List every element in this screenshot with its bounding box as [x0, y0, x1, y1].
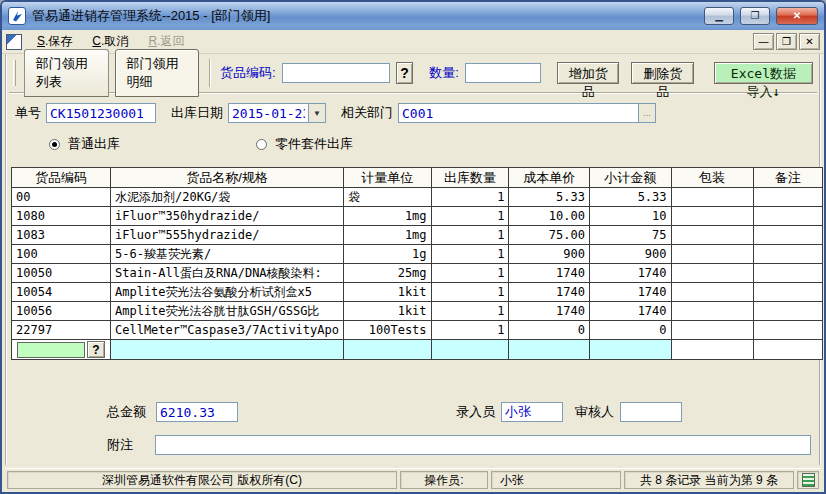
mdi-restore-button[interactable]: ❐	[776, 33, 797, 50]
cell-package[interactable]	[671, 188, 753, 207]
cell-code[interactable]: 1080	[12, 207, 111, 226]
cell-name[interactable]: 水泥添加剂/20KG/袋	[111, 188, 344, 207]
cell-name[interactable]: Amplite荧光法谷胱甘肽GSH/GSSG比	[111, 302, 344, 321]
cell-name[interactable]: iFluor™555hydrazide/	[111, 226, 344, 245]
cell-price[interactable]: 900	[509, 245, 589, 264]
cell-qty[interactable]: 1	[431, 207, 509, 226]
notes-input[interactable]	[155, 435, 811, 455]
cell-package[interactable]	[671, 207, 753, 226]
cell-qty[interactable]: 1	[431, 226, 509, 245]
cell-price[interactable]: 0	[509, 321, 589, 340]
cell-subtotal[interactable]: 1740	[589, 264, 671, 283]
cell-price[interactable]: 1740	[509, 283, 589, 302]
cell-code[interactable]: 22797	[12, 321, 111, 340]
cell-unit[interactable]: 1kit	[343, 283, 431, 302]
cell-name[interactable]: Stain-All蛋白及RNA/DNA核酸染料:	[111, 264, 344, 283]
cell-subtotal[interactable]: 1740	[589, 302, 671, 321]
cell-qty[interactable]: 1	[431, 283, 509, 302]
cell-qty[interactable]: 1	[431, 321, 509, 340]
entry-cell[interactable]	[111, 340, 344, 360]
cell-unit[interactable]: 1mg	[343, 207, 431, 226]
cell-subtotal[interactable]: 10	[589, 207, 671, 226]
order-no-input[interactable]	[46, 103, 156, 123]
cell-price[interactable]: 75.00	[509, 226, 589, 245]
product-code-lookup-button[interactable]: ?	[396, 62, 414, 84]
entry-code-input[interactable]	[17, 342, 85, 358]
cell-name[interactable]: iFluor™350hydrazide/	[111, 207, 344, 226]
minimize-button[interactable]: ▁	[704, 7, 734, 25]
cell-name[interactable]: Amplite荧光法谷氨酸分析试剂盒x5	[111, 283, 344, 302]
entry-cell[interactable]	[671, 340, 753, 360]
cell-unit[interactable]: 袋	[343, 188, 431, 207]
cell-subtotal[interactable]: 900	[589, 245, 671, 264]
date-dropdown-button[interactable]: ▼	[308, 103, 326, 123]
cell-subtotal[interactable]: 0	[589, 321, 671, 340]
entry-cell[interactable]	[343, 340, 431, 360]
cell-package[interactable]	[671, 302, 753, 321]
cell-package[interactable]	[671, 283, 753, 302]
cell-price[interactable]: 1740	[509, 264, 589, 283]
maximize-button[interactable]: ❐	[740, 7, 770, 25]
cell-package[interactable]	[671, 245, 753, 264]
cell-subtotal[interactable]: 1740	[589, 283, 671, 302]
excel-import-button[interactable]: Excel数据导入↓	[714, 62, 813, 84]
cell-note[interactable]	[753, 302, 823, 321]
cell-note[interactable]	[753, 245, 823, 264]
reviewer-input[interactable]	[620, 402, 682, 422]
cell-code[interactable]: 100	[12, 245, 111, 264]
mdi-close-button[interactable]: ✕	[799, 33, 820, 50]
cell-code[interactable]: 10056	[12, 302, 111, 321]
cell-code[interactable]: 1083	[12, 226, 111, 245]
add-product-button[interactable]: 增加货品	[557, 62, 620, 84]
cell-note[interactable]	[753, 226, 823, 245]
mdi-minimize-button[interactable]: —	[753, 33, 774, 50]
tab-department-list[interactable]: 部门领用列表	[24, 49, 109, 97]
entry-cell[interactable]	[509, 340, 589, 360]
cell-note[interactable]	[753, 207, 823, 226]
cell-name[interactable]: 5-6-羧基荧光素/	[111, 245, 344, 264]
cell-note[interactable]	[753, 283, 823, 302]
cell-package[interactable]	[671, 321, 753, 340]
entry-lookup-button[interactable]: ?	[87, 341, 105, 358]
cell-price[interactable]: 10.00	[509, 207, 589, 226]
cell-code[interactable]: 10050	[12, 264, 111, 283]
close-button[interactable]: ✕	[776, 7, 818, 25]
cell-code[interactable]: 00	[12, 188, 111, 207]
cell-note[interactable]	[753, 188, 823, 207]
radio-kit-outbound[interactable]	[256, 139, 267, 150]
outbound-date-input[interactable]	[228, 103, 308, 123]
cell-unit[interactable]: 1kit	[343, 302, 431, 321]
cell-qty[interactable]: 1	[431, 188, 509, 207]
outbound-type-options: 普通出库 零件套件出库	[49, 135, 819, 153]
cell-package[interactable]	[671, 264, 753, 283]
cell-unit[interactable]: 100Tests	[343, 321, 431, 340]
cell-unit[interactable]: 1mg	[343, 226, 431, 245]
product-code-input[interactable]	[282, 63, 390, 83]
department-browse-button[interactable]: …	[638, 103, 656, 123]
quantity-input[interactable]	[465, 63, 541, 83]
cell-qty[interactable]: 1	[431, 245, 509, 264]
cell-note[interactable]	[753, 321, 823, 340]
tab-department-detail[interactable]: 部门领用明细	[115, 49, 200, 97]
cell-code[interactable]: 10054	[12, 283, 111, 302]
status-operator-value: 小张	[491, 471, 621, 489]
entry-cell[interactable]	[589, 340, 671, 360]
cell-price[interactable]: 1740	[509, 302, 589, 321]
cell-subtotal[interactable]: 75	[589, 226, 671, 245]
entry-cell[interactable]	[753, 340, 823, 360]
radio-normal-outbound[interactable]	[49, 139, 60, 150]
cell-qty[interactable]: 1	[431, 302, 509, 321]
cell-note[interactable]	[753, 264, 823, 283]
cell-subtotal[interactable]: 5.33	[589, 188, 671, 207]
cell-unit[interactable]: 1g	[343, 245, 431, 264]
entry-cell[interactable]	[431, 340, 509, 360]
delete-product-button[interactable]: 删除货品	[631, 62, 694, 84]
total-amount-input[interactable]	[156, 402, 238, 422]
cell-price[interactable]: 5.33	[509, 188, 589, 207]
cell-qty[interactable]: 1	[431, 264, 509, 283]
cell-name[interactable]: CellMeter™Caspase3/7ActivityApo	[111, 321, 344, 340]
cell-unit[interactable]: 25mg	[343, 264, 431, 283]
cell-package[interactable]	[671, 226, 753, 245]
entry-person-input[interactable]	[501, 402, 563, 422]
department-input[interactable]	[398, 103, 638, 123]
